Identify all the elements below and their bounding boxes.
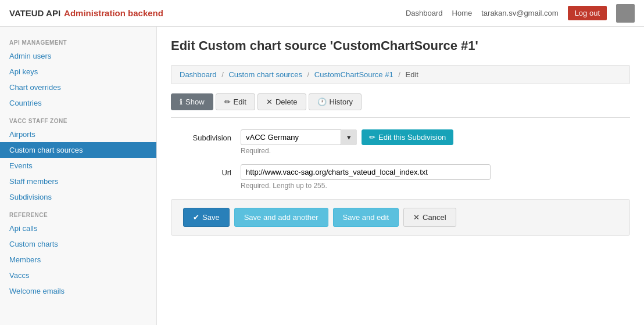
sidebar-section-reference: REFERENCE	[0, 205, 156, 221]
pencil-icon: ✏	[224, 98, 231, 106]
subdivision-controls: vACC Germany ▾ ✏ Edit this Subdivision R…	[241, 129, 630, 155]
clock-icon: 🕐	[317, 98, 327, 106]
edit-button[interactable]: ✏ Edit	[216, 93, 255, 110]
breadcrumb-sep-3: /	[398, 70, 400, 79]
url-row: Url Required. Length up to 255.	[171, 164, 630, 190]
subdivision-select-container: vACC Germany ▾	[241, 129, 357, 145]
sidebar-item-api-calls[interactable]: Api calls	[0, 221, 156, 236]
edit-form: Subdivision vACC Germany ▾ ✏ Edit this S…	[171, 129, 630, 236]
sidebar-item-admin-users[interactable]: Admin users	[0, 48, 156, 64]
logout-button[interactable]: Log out	[568, 6, 607, 20]
sidebar-item-events[interactable]: Events	[0, 158, 156, 174]
sidebar-item-welcome-emails[interactable]: Welcome emails	[0, 283, 156, 299]
breadcrumb-sep-1: /	[221, 70, 224, 79]
breadcrumb-sep-2: /	[307, 70, 310, 79]
cancel-button[interactable]: ✕ Cancel	[403, 208, 456, 227]
sidebar-item-chart-overrides[interactable]: Chart overrides	[0, 80, 156, 95]
sidebar-section-api-management: API MANAGEMENT	[0, 32, 156, 48]
sidebar-item-countries[interactable]: Countries	[0, 95, 156, 111]
sidebar-item-custom-chart-sources[interactable]: Custom chart sources	[0, 142, 156, 158]
url-input[interactable]	[241, 164, 491, 180]
sidebar-section-vacc-staff-zone: VACC STAFF ZONE	[0, 111, 156, 127]
breadcrumb: Dashboard / Custom chart sources / Custo…	[171, 65, 630, 84]
breadcrumb-object[interactable]: CustomChartSource #1	[314, 70, 393, 79]
edit-subdivision-button[interactable]: ✏ Edit this Subdivision	[362, 129, 453, 145]
header-nav: Dashboard Home tarakan.sv@gmail.com Log …	[406, 4, 635, 23]
save-edit-button[interactable]: Save and edit	[333, 208, 399, 227]
main-content: Edit Custom chart source 'CustomChartSou…	[157, 27, 644, 325]
sidebar-item-vaccs[interactable]: Vaccs	[0, 268, 156, 283]
history-label: History	[330, 98, 353, 106]
save-label: Save	[202, 213, 220, 222]
breadcrumb-dashboard[interactable]: Dashboard	[180, 70, 217, 79]
x-icon: ✕	[413, 213, 420, 222]
sidebar: API MANAGEMENT Admin users Api keys Char…	[0, 27, 157, 325]
url-label: Url	[171, 164, 241, 177]
history-button[interactable]: 🕐 History	[309, 93, 362, 110]
edit-subdivision-label: Edit this Subdivision	[378, 133, 446, 142]
show-button[interactable]: ℹ Show	[171, 93, 213, 110]
sidebar-item-api-keys[interactable]: Api keys	[0, 64, 156, 80]
sidebar-item-airports[interactable]: Airports	[0, 127, 156, 142]
sidebar-item-members[interactable]: Members	[0, 252, 156, 268]
url-controls: Required. Length up to 255.	[241, 164, 630, 190]
x-icon: ✕	[266, 98, 273, 106]
subdivision-select[interactable]: vACC Germany	[241, 129, 357, 145]
show-label: Show	[185, 98, 205, 106]
pencil-icon: ✏	[369, 133, 375, 142]
subdivision-row: Subdivision vACC Germany ▾ ✏ Edit this S…	[171, 129, 630, 155]
home-link[interactable]: Home	[452, 9, 473, 17]
sidebar-item-custom-charts[interactable]: Custom charts	[0, 236, 156, 252]
footer-bar: ✔ Save Save and add another Save and edi…	[171, 199, 630, 236]
delete-label: Delete	[276, 98, 298, 106]
subdivision-label: Subdivision	[171, 129, 241, 142]
url-help: Required. Length up to 255.	[241, 182, 630, 190]
user-email: tarakan.sv@gmail.com	[481, 9, 558, 17]
dashboard-link[interactable]: Dashboard	[406, 9, 443, 17]
breadcrumb-current: Edit	[406, 70, 418, 79]
info-icon: ℹ	[180, 98, 183, 106]
check-icon: ✔	[193, 213, 199, 222]
sidebar-item-staff-members[interactable]: Staff members	[0, 174, 156, 189]
save-add-button[interactable]: Save and add another	[234, 208, 328, 227]
save-button[interactable]: ✔ Save	[183, 208, 230, 227]
layout: API MANAGEMENT Admin users Api keys Char…	[0, 27, 644, 325]
subdivision-help: Required.	[241, 147, 630, 155]
page-title: Edit Custom chart source 'CustomChartSou…	[171, 38, 630, 53]
admin-label: Administration backend	[64, 8, 163, 18]
brand-name: VATEUD API	[9, 8, 60, 18]
action-bar: ℹ Show ✏ Edit ✕ Delete 🕐 History	[171, 93, 630, 118]
header-brand-area: VATEUD API Administration backend	[9, 8, 163, 18]
delete-button[interactable]: ✕ Delete	[257, 93, 306, 110]
avatar	[616, 4, 635, 23]
cancel-label: Cancel	[423, 213, 446, 222]
sidebar-item-subdivisions[interactable]: Subdivisions	[0, 189, 156, 205]
header: VATEUD API Administration backend Dashbo…	[0, 0, 644, 27]
edit-label: Edit	[234, 98, 246, 106]
breadcrumb-custom-chart-sources[interactable]: Custom chart sources	[228, 70, 302, 79]
subdivision-select-wrap: vACC Germany ▾ ✏ Edit this Subdivision	[241, 129, 630, 145]
